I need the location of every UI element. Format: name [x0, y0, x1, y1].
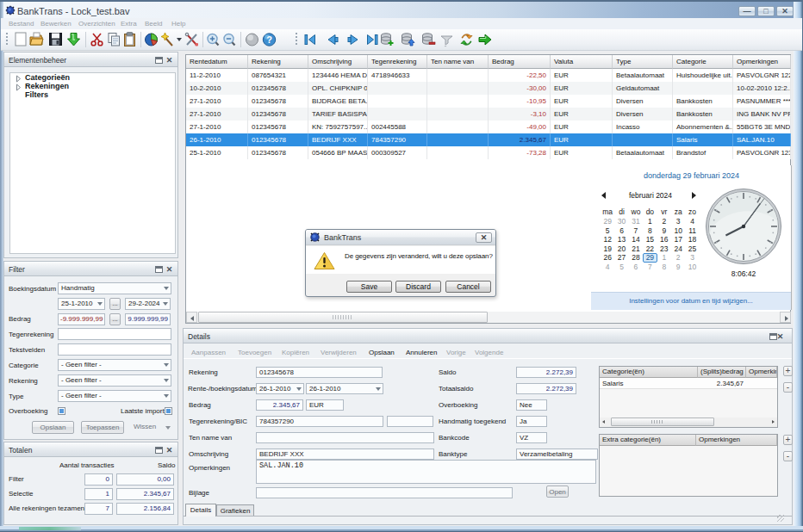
svg-text:?: ?: [266, 34, 272, 45]
